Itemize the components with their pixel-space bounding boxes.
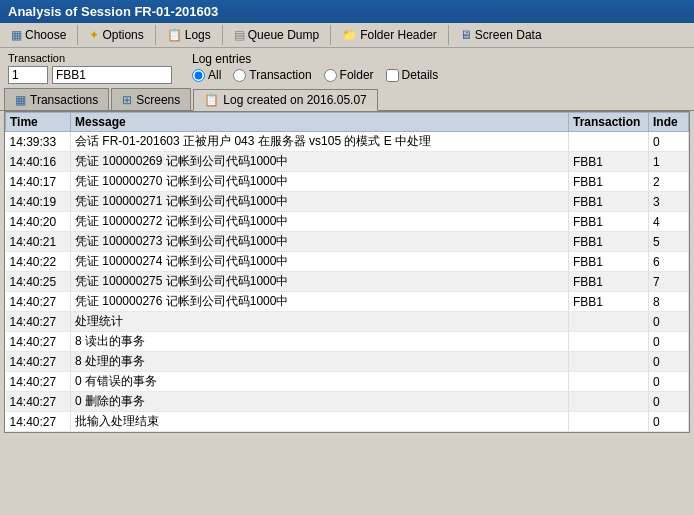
table-body: 14:39:33 会话 FR-01-201603 正被用户 043 在服务器 v… bbox=[6, 132, 689, 432]
choose-icon: ▦ bbox=[11, 28, 22, 42]
separator bbox=[222, 25, 223, 45]
header-message: Message bbox=[71, 113, 569, 132]
title-bar: Analysis of Session FR-01-201603 bbox=[0, 0, 694, 23]
cell-message: 0 有错误的事务 bbox=[71, 372, 569, 392]
transaction-row bbox=[8, 66, 172, 84]
cell-transaction bbox=[569, 132, 649, 152]
table-row: 14:40:17 凭证 100000270 记帐到公司代码1000中 FBB1 … bbox=[6, 172, 689, 192]
screen-data-icon: 🖥 bbox=[460, 28, 472, 42]
cell-index: 0 bbox=[649, 312, 689, 332]
cell-time: 14:40:25 bbox=[6, 272, 71, 292]
cell-time: 14:40:17 bbox=[6, 172, 71, 192]
cell-time: 14:40:20 bbox=[6, 212, 71, 232]
cell-time: 14:40:27 bbox=[6, 352, 71, 372]
transactions-icon: ▦ bbox=[15, 93, 26, 107]
radio-all-label: All bbox=[208, 68, 221, 82]
table-row: 14:40:20 凭证 100000272 记帐到公司代码1000中 FBB1 … bbox=[6, 212, 689, 232]
header-index: Inde bbox=[649, 113, 689, 132]
transaction-code-input[interactable] bbox=[52, 66, 172, 84]
table-row: 14:40:27 凭证 100000276 记帐到公司代码1000中 FBB1 … bbox=[6, 292, 689, 312]
queue-dump-button[interactable]: ▤ Queue Dump bbox=[227, 25, 326, 45]
cell-transaction bbox=[569, 312, 649, 332]
tab-transactions[interactable]: ▦ Transactions bbox=[4, 88, 109, 110]
choose-button[interactable]: ▦ Choose bbox=[4, 25, 73, 45]
cell-message: 凭证 100000272 记帐到公司代码1000中 bbox=[71, 212, 569, 232]
options-button[interactable]: ✦ Options bbox=[82, 25, 150, 45]
queue-icon: ▤ bbox=[234, 28, 245, 42]
toolbar: ▦ Choose ✦ Options 📋 Logs ▤ Queue Dump 📁… bbox=[0, 23, 694, 48]
cell-time: 14:40:16 bbox=[6, 152, 71, 172]
folder-icon: 📁 bbox=[342, 28, 357, 42]
cell-index: 0 bbox=[649, 352, 689, 372]
table-row: 14:40:27 8 处理的事务 0 bbox=[6, 352, 689, 372]
radio-folder: Folder bbox=[324, 68, 374, 82]
cell-index: 0 bbox=[649, 372, 689, 392]
transaction-id-input[interactable] bbox=[8, 66, 48, 84]
details-checkbox[interactable] bbox=[386, 69, 399, 82]
cell-index: 7 bbox=[649, 272, 689, 292]
cell-transaction bbox=[569, 332, 649, 352]
cell-time: 14:40:27 bbox=[6, 392, 71, 412]
details-label: Details bbox=[402, 68, 439, 82]
cell-transaction: FBB1 bbox=[569, 232, 649, 252]
separator bbox=[155, 25, 156, 45]
tab-screens[interactable]: ⊞ Screens bbox=[111, 88, 191, 110]
screen-data-button[interactable]: 🖥 Screen Data bbox=[453, 25, 549, 45]
transaction-group: Transaction bbox=[8, 52, 172, 84]
radio-all: All bbox=[192, 68, 221, 82]
cell-transaction: FBB1 bbox=[569, 192, 649, 212]
logs-button[interactable]: 📋 Logs bbox=[160, 25, 218, 45]
folder-header-button[interactable]: 📁 Folder Header bbox=[335, 25, 444, 45]
radio-folder-input[interactable] bbox=[324, 69, 337, 82]
cell-index: 1 bbox=[649, 152, 689, 172]
cell-transaction: FBB1 bbox=[569, 212, 649, 232]
cell-transaction: FBB1 bbox=[569, 292, 649, 312]
table-row: 14:40:27 8 读出的事务 0 bbox=[6, 332, 689, 352]
cell-transaction: FBB1 bbox=[569, 172, 649, 192]
separator bbox=[77, 25, 78, 45]
cell-index: 8 bbox=[649, 292, 689, 312]
cell-time: 14:40:21 bbox=[6, 232, 71, 252]
cell-message: 8 读出的事务 bbox=[71, 332, 569, 352]
radio-all-input[interactable] bbox=[192, 69, 205, 82]
cell-index: 2 bbox=[649, 172, 689, 192]
log-table-container: Time Message Transaction Inde 14:39:33 会… bbox=[4, 111, 690, 433]
cell-time: 14:40:27 bbox=[6, 372, 71, 392]
cell-index: 0 bbox=[649, 392, 689, 412]
table-row: 14:40:27 批输入处理结束 0 bbox=[6, 412, 689, 432]
radio-transaction-input[interactable] bbox=[233, 69, 246, 82]
cell-time: 14:40:27 bbox=[6, 412, 71, 432]
separator bbox=[448, 25, 449, 45]
table-row: 14:40:16 凭证 100000269 记帐到公司代码1000中 FBB1 … bbox=[6, 152, 689, 172]
radio-transaction: Transaction bbox=[233, 68, 311, 82]
cell-transaction bbox=[569, 392, 649, 412]
cell-time: 14:40:27 bbox=[6, 332, 71, 352]
cell-message: 0 删除的事务 bbox=[71, 392, 569, 412]
table-row: 14:40:22 凭证 100000274 记帐到公司代码1000中 FBB1 … bbox=[6, 252, 689, 272]
header-transaction: Transaction bbox=[569, 113, 649, 132]
table-header: Time Message Transaction Inde bbox=[6, 113, 689, 132]
form-area: Transaction Log entries All Transaction … bbox=[0, 48, 694, 88]
table-row: 14:40:21 凭证 100000273 记帐到公司代码1000中 FBB1 … bbox=[6, 232, 689, 252]
cell-time: 14:40:27 bbox=[6, 312, 71, 332]
tab-log[interactable]: 📋 Log created on 2016.05.07 bbox=[193, 89, 377, 111]
cell-transaction bbox=[569, 352, 649, 372]
cell-message: 凭证 100000276 记帐到公司代码1000中 bbox=[71, 292, 569, 312]
cell-message: 凭证 100000270 记帐到公司代码1000中 bbox=[71, 172, 569, 192]
cell-message: 批输入处理结束 bbox=[71, 412, 569, 432]
log-entries-label: Log entries bbox=[192, 52, 438, 66]
table-row: 14:40:19 凭证 100000271 记帐到公司代码1000中 FBB1 … bbox=[6, 192, 689, 212]
tabs-bar: ▦ Transactions ⊞ Screens 📋 Log created o… bbox=[0, 88, 694, 111]
transaction-label: Transaction bbox=[8, 52, 172, 64]
cell-index: 0 bbox=[649, 412, 689, 432]
log-entries-row: All Transaction Folder Details bbox=[192, 68, 438, 82]
log-icon: 📋 bbox=[204, 93, 219, 107]
cell-transaction: FBB1 bbox=[569, 272, 649, 292]
cell-index: 6 bbox=[649, 252, 689, 272]
cell-message: 凭证 100000273 记帐到公司代码1000中 bbox=[71, 232, 569, 252]
cell-index: 0 bbox=[649, 332, 689, 352]
screens-icon: ⊞ bbox=[122, 93, 132, 107]
cell-time: 14:40:19 bbox=[6, 192, 71, 212]
cell-message: 8 处理的事务 bbox=[71, 352, 569, 372]
radio-folder-label: Folder bbox=[340, 68, 374, 82]
